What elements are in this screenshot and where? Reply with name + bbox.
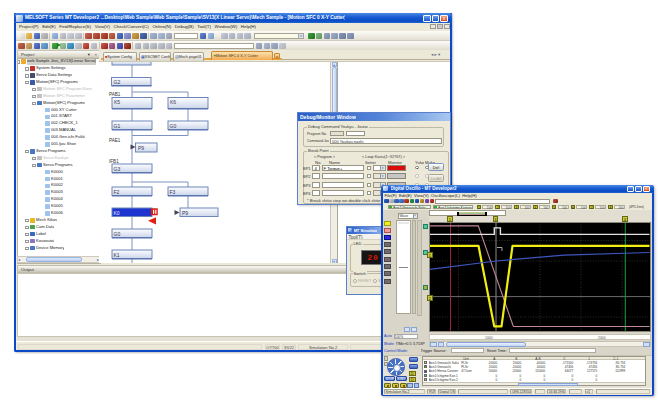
svg-text:PAB1: PAB1 [109,91,121,96]
svg-text:P9: P9 [138,145,144,151]
svg-text:G0: G0 [114,230,121,236]
svg-text:IFB1: IFB1 [109,158,119,163]
svg-text:G1: G1 [114,122,121,128]
svg-text:K5: K5 [114,99,120,105]
svg-text:G0: G0 [170,122,177,128]
svg-text:P9: P9 [182,209,188,215]
svg-text:K1: K1 [114,251,120,257]
svg-text:F3: F3 [170,188,176,194]
svg-text:G2: G2 [114,78,121,84]
svg-text:K0: K0 [114,209,120,215]
svg-text:G3: G3 [114,165,121,171]
svg-text:PAE1: PAE1 [109,137,121,142]
svg-text:K6: K6 [170,99,176,105]
svg-text:F2: F2 [114,188,120,194]
